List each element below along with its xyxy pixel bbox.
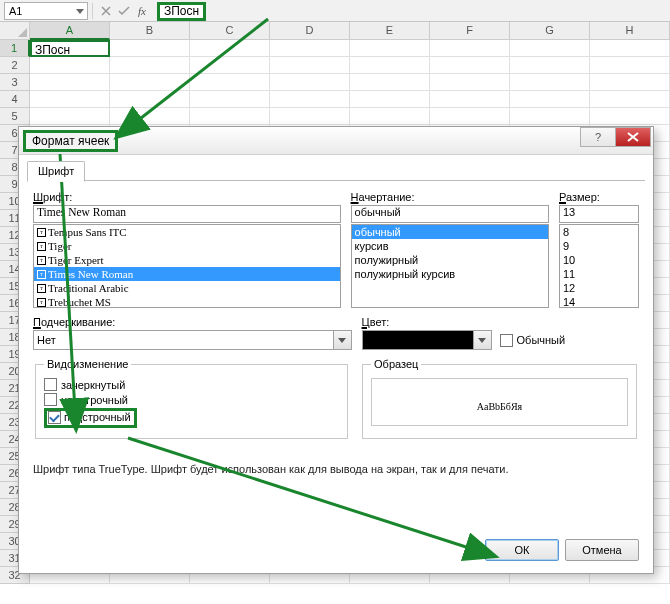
col-header[interactable]: C bbox=[190, 22, 270, 40]
list-item[interactable]: обычный bbox=[352, 225, 548, 239]
cell[interactable] bbox=[350, 40, 430, 57]
cell[interactable] bbox=[590, 57, 670, 74]
color-combo[interactable] bbox=[362, 330, 492, 350]
cell[interactable] bbox=[350, 91, 430, 108]
superscript-label: надстрочный bbox=[61, 394, 128, 406]
ok-button[interactable]: ОК bbox=[485, 539, 559, 561]
col-header[interactable]: A bbox=[30, 22, 110, 40]
cell[interactable] bbox=[590, 74, 670, 91]
cell[interactable] bbox=[510, 91, 590, 108]
list-item[interactable]: TTempus Sans ITC bbox=[34, 225, 340, 239]
format-cells-dialog: Формат ячеек ? Шрифт Шрифт: Times New Ro… bbox=[18, 126, 654, 574]
row-header[interactable]: 5 bbox=[0, 108, 30, 125]
list-item[interactable]: полужирный bbox=[352, 253, 548, 267]
size-input[interactable]: 13 bbox=[559, 205, 639, 223]
cell[interactable] bbox=[350, 74, 430, 91]
tab-font[interactable]: Шрифт bbox=[27, 161, 85, 182]
col-header[interactable]: F bbox=[430, 22, 510, 40]
list-item[interactable]: TTiger bbox=[34, 239, 340, 253]
cell[interactable] bbox=[270, 40, 350, 57]
close-button[interactable] bbox=[615, 127, 651, 147]
cell[interactable] bbox=[510, 40, 590, 57]
list-item[interactable]: 9 bbox=[560, 239, 638, 253]
list-item[interactable]: курсив bbox=[352, 239, 548, 253]
list-item[interactable]: TTrebuchet MS bbox=[34, 295, 340, 308]
cell[interactable] bbox=[110, 74, 190, 91]
list-item[interactable]: TTiger Expert bbox=[34, 253, 340, 267]
cell[interactable]: ЗПосн bbox=[30, 40, 110, 57]
dialog-titlebar[interactable]: Формат ячеек ? bbox=[19, 127, 653, 155]
cell[interactable] bbox=[110, 57, 190, 74]
size-list[interactable]: 8 9 10 11 12 14 bbox=[559, 224, 639, 308]
cell[interactable] bbox=[510, 74, 590, 91]
list-item[interactable]: 8 bbox=[560, 225, 638, 239]
col-header[interactable]: E bbox=[350, 22, 430, 40]
col-header[interactable]: D bbox=[270, 22, 350, 40]
font-list[interactable]: TTempus Sans ITC TTiger TTiger Expert TT… bbox=[33, 224, 341, 308]
cancel-button[interactable]: Отмена bbox=[565, 539, 639, 561]
cell[interactable] bbox=[30, 108, 110, 125]
col-header[interactable]: H bbox=[590, 22, 670, 40]
normal-font-checkbox[interactable] bbox=[500, 334, 513, 347]
cell[interactable] bbox=[430, 108, 510, 125]
cell[interactable] bbox=[590, 91, 670, 108]
cell[interactable] bbox=[110, 40, 190, 57]
cell[interactable] bbox=[430, 57, 510, 74]
cell[interactable] bbox=[110, 108, 190, 125]
cell[interactable] bbox=[350, 57, 430, 74]
list-item[interactable]: полужирный курсив bbox=[352, 267, 548, 281]
cell[interactable] bbox=[430, 40, 510, 57]
sample-preview: АаВbБбЯя bbox=[371, 378, 628, 426]
cell[interactable] bbox=[350, 108, 430, 125]
list-item[interactable]: 11 bbox=[560, 267, 638, 281]
formula-editor[interactable]: ЗПосн bbox=[157, 2, 666, 20]
underline-combo[interactable]: Нет bbox=[33, 330, 352, 350]
chevron-down-icon[interactable] bbox=[334, 330, 352, 350]
fx-icon[interactable]: fx bbox=[133, 3, 151, 19]
cell[interactable] bbox=[270, 74, 350, 91]
cell[interactable] bbox=[590, 108, 670, 125]
cell[interactable] bbox=[190, 74, 270, 91]
cell[interactable] bbox=[190, 57, 270, 74]
select-all-corner[interactable] bbox=[0, 22, 30, 40]
cell[interactable] bbox=[270, 57, 350, 74]
cell[interactable] bbox=[110, 91, 190, 108]
cell[interactable] bbox=[430, 74, 510, 91]
cell[interactable] bbox=[190, 91, 270, 108]
col-header[interactable]: G bbox=[510, 22, 590, 40]
cell[interactable] bbox=[190, 108, 270, 125]
cell[interactable] bbox=[510, 108, 590, 125]
font-input[interactable]: Times New Roman bbox=[33, 205, 341, 223]
col-header[interactable]: B bbox=[110, 22, 190, 40]
style-input[interactable]: обычный bbox=[351, 205, 549, 223]
list-item[interactable]: 14 bbox=[560, 295, 638, 308]
cell[interactable] bbox=[510, 57, 590, 74]
style-list[interactable]: обычный курсив полужирный полужирный кур… bbox=[351, 224, 549, 308]
row-header[interactable]: 3 bbox=[0, 74, 30, 91]
cell[interactable] bbox=[190, 40, 270, 57]
row-header[interactable]: 1 bbox=[0, 40, 30, 57]
strike-checkbox[interactable] bbox=[44, 378, 57, 391]
cell[interactable] bbox=[30, 57, 110, 74]
list-item[interactable]: 12 bbox=[560, 281, 638, 295]
list-item[interactable]: TTimes New Roman bbox=[34, 267, 340, 281]
accept-entry-icon[interactable] bbox=[115, 3, 133, 19]
list-item[interactable]: TTraditional Arabic bbox=[34, 281, 340, 295]
cell[interactable] bbox=[270, 108, 350, 125]
name-box[interactable]: A1 bbox=[4, 2, 88, 20]
cell[interactable] bbox=[30, 91, 110, 108]
row-header[interactable]: 4 bbox=[0, 91, 30, 108]
cell[interactable] bbox=[590, 40, 670, 57]
cancel-entry-icon[interactable] bbox=[97, 3, 115, 19]
superscript-checkbox[interactable] bbox=[44, 393, 57, 406]
list-item[interactable]: 10 bbox=[560, 253, 638, 267]
cell[interactable] bbox=[30, 74, 110, 91]
subscript-checkbox[interactable] bbox=[48, 411, 61, 424]
chevron-down-icon[interactable] bbox=[474, 330, 492, 350]
row-header[interactable]: 2 bbox=[0, 57, 30, 74]
underline-label: Подчеркивание: bbox=[33, 316, 352, 328]
cell[interactable] bbox=[270, 91, 350, 108]
help-button[interactable]: ? bbox=[580, 127, 616, 147]
chevron-down-icon[interactable] bbox=[76, 9, 84, 15]
cell[interactable] bbox=[430, 91, 510, 108]
